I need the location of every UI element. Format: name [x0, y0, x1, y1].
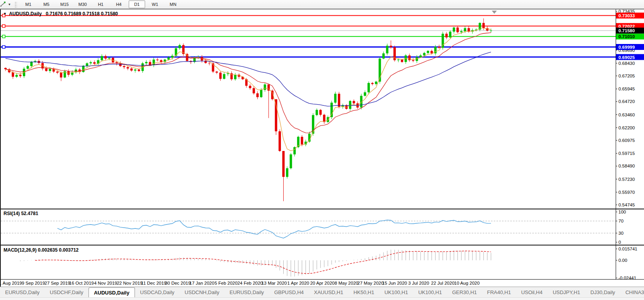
price-badge-0.73033: 0.73033: [616, 13, 644, 18]
date-axis-label: 24 Feb 2020: [237, 281, 263, 285]
axis-tick-label: 0.54745: [618, 202, 635, 207]
axis-tick-label: 0.67205: [618, 74, 635, 78]
date-axis-label: 17 Jan 2020: [190, 281, 214, 285]
svg-text:0.71010: 0.71010: [618, 34, 635, 39]
axis-tick-label: 100: [618, 210, 626, 214]
axis-tick-label: 0.59715: [618, 151, 635, 156]
timeframe-button-m1[interactable]: M1: [20, 0, 37, 8]
chart-tab-usdchf-daily[interactable]: USDCHF,Daily: [44, 287, 88, 298]
date-axis-label: 1 Apr 2020: [287, 281, 309, 285]
moving-average-40: [6, 52, 491, 106]
toolbar-grip-handle[interactable]: [14, 1, 17, 7]
timeframe-button-m30[interactable]: M30: [74, 0, 91, 8]
chart-tab-bar: EURUSD,DailyUSDCHF,DailyAUDUSD,DailyUSDC…: [0, 287, 644, 298]
chart-tab-uk100-h1[interactable]: UK100,H1: [413, 287, 447, 298]
date-axis-label: 9 Sep 2019: [22, 281, 45, 285]
chart-tab-usdcad-daily[interactable]: USDCAD,Daily: [135, 287, 179, 298]
ohlc-values: 0.71676 0.71689 0.71518 0.71580: [46, 11, 118, 17]
price-chart-canvas[interactable]: 0.734350.696900.684300.672050.659450.647…: [1, 9, 644, 287]
chart-tab-china300-h1[interactable]: CHINA300,H1: [620, 287, 644, 298]
price-badge-0.71010: 0.71010: [616, 33, 644, 39]
timeframe-button-d1[interactable]: D1: [129, 0, 145, 8]
chart-tab-eurusd-daily[interactable]: EURUSD,Daily: [0, 287, 44, 298]
chart-tab-fra40-h1[interactable]: FRA40,H1: [482, 287, 516, 298]
date-axis-label: 20 Apr 2020: [310, 281, 334, 285]
chart-tab-hk50-h1[interactable]: HK50,H1: [348, 287, 379, 298]
hline-0.71010[interactable]: [1, 35, 616, 38]
chart-tab-uk100-h1[interactable]: UK100,H1: [379, 287, 413, 298]
date-axis-label: 15 Jun 2020: [382, 281, 407, 285]
chart-tab-usdjpy-h1[interactable]: USDJPY,H1: [548, 287, 585, 298]
chart-shift-marker-icon[interactable]: [492, 11, 497, 14]
timeframe-button-group: M1M5M15M30H1H4D1W1MN: [19, 0, 182, 8]
axis-tick-label: 0.65945: [618, 87, 635, 91]
timeframe-button-m5[interactable]: M5: [38, 0, 55, 8]
date-axis-label: 13 Mar 2020: [262, 281, 287, 285]
symbol-name: AUDUSD,Daily: [9, 11, 42, 17]
rsi-line: [57, 220, 491, 238]
timeframe-button-w1[interactable]: W1: [147, 0, 163, 8]
chart-tab-usdcnh-daily[interactable]: USDCNH,Daily: [179, 287, 224, 298]
svg-text:0.69999: 0.69999: [618, 45, 635, 50]
chart-tab-dj30-daily[interactable]: DJ30,Daily: [585, 287, 620, 298]
date-axis-label: 27 May 2020: [358, 281, 384, 285]
timeframe-button-m15[interactable]: M15: [56, 0, 73, 8]
axis-tick-label: 0.60975: [618, 138, 635, 143]
axis-tick-label: 0.57230: [618, 177, 635, 182]
chart-tab-audusd-daily[interactable]: AUDUSD,Daily: [89, 287, 135, 298]
date-axis-label: 5 Feb 2020: [214, 281, 237, 285]
date-axis-label: 10 Aug 2020: [454, 281, 480, 285]
axis-tick-label: 0.55970: [618, 190, 635, 195]
svg-text:0.71580: 0.71580: [618, 28, 635, 33]
macd-indicator-label: MACD(12,26,9) 0.002635 0.003712: [4, 247, 79, 253]
axis-tick-label: 0.015741: [618, 247, 637, 251]
axis-tick-label: -0.02441: [618, 276, 636, 280]
timeframe-button-h1[interactable]: H1: [92, 0, 109, 8]
macd-histogram: [20, 250, 491, 276]
date-axis-label: 16 Oct 2019: [69, 281, 94, 285]
date-axis-label: 11 Dec 2019: [141, 281, 166, 285]
chart-symbol-title: ▼ AUDUSD,Daily 0.71676 0.71689 0.71518 0…: [3, 11, 118, 17]
date-axis-label: 22 Jul 2020: [431, 281, 454, 285]
date-axis-label: 3 Jul 2020: [408, 281, 429, 285]
hline-0.72022[interactable]: [1, 25, 616, 28]
date-axis-label: 30 Dec 2019: [165, 281, 190, 285]
chart-tab-gbpusd-h4[interactable]: GBPUSD,H4: [269, 287, 309, 298]
date-axis-label: 27 Sep 2019: [44, 281, 70, 285]
rsi-indicator-label: RSI(14) 52.4781: [4, 211, 38, 216]
date-axis-label: 21 Aug 2019: [1, 281, 22, 285]
date-axis-label: 22 Nov 2019: [117, 281, 142, 285]
svg-text:0.73033: 0.73033: [618, 13, 635, 18]
axis-tick-label: 0.63460: [618, 112, 635, 117]
axis-tick-label: 0.00: [618, 258, 627, 263]
chevron-down-icon[interactable]: ▼: [8, 3, 11, 6]
chart-tab-eurusd-daily[interactable]: EURUSD,Daily: [224, 287, 269, 298]
axis-tick-label: 30: [618, 231, 624, 236]
symbol-dropdown-icon[interactable]: ▼: [3, 12, 7, 16]
chart-tab-usoil-h4[interactable]: USOil,H4: [516, 287, 548, 298]
moving-average-13: [6, 33, 491, 133]
axis-tick-label: 0.64720: [618, 99, 635, 104]
axis-tick-label: 0.62200: [618, 125, 635, 130]
svg-text:0.69025: 0.69025: [618, 55, 635, 60]
axis-tick-label: 0.68430: [618, 61, 635, 66]
price-badge-0.69999: 0.69999: [616, 44, 644, 50]
axis-tick-label: 0.58490: [618, 164, 635, 168]
line-tool-button[interactable]: ▼: [0, 0, 13, 8]
date-axis-label: 8 May 2020: [335, 281, 358, 285]
status-strip: [0, 297, 644, 300]
date-axis-label: 4 Nov 2019: [94, 281, 117, 285]
current-price-badge: 0.71580: [616, 28, 644, 33]
toolbar: ▼ M1M5M15M30H1H4D1W1MN: [0, 0, 644, 9]
chart-region[interactable]: 0.734350.696900.684300.672050.659450.647…: [0, 9, 644, 287]
chart-tab-xauusd-h1[interactable]: XAUUSD,H1: [309, 287, 348, 298]
price-badge-0.69025: 0.69025: [616, 54, 644, 60]
timeframe-button-mn[interactable]: MN: [165, 0, 181, 8]
axis-tick-label: 70: [618, 219, 624, 223]
axis-tick-label: 0: [618, 240, 621, 245]
chart-tab-ger30-h1[interactable]: GER30,H1: [447, 287, 482, 298]
hline-0.69999[interactable]: [1, 46, 616, 48]
timeframe-button-h4[interactable]: H4: [111, 0, 127, 8]
macd-signal-line: [35, 251, 491, 273]
candlestick-series: [4, 18, 492, 201]
